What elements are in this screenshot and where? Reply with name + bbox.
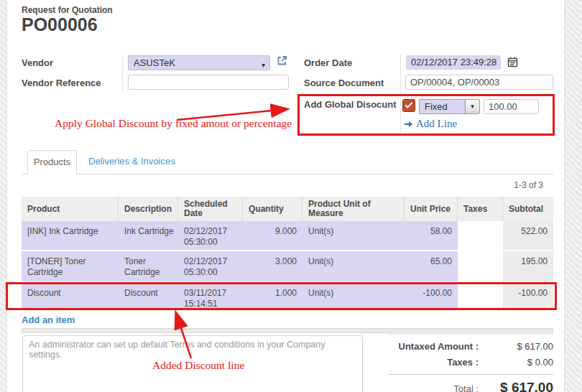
page-title: PO00006 [22, 14, 98, 35]
taxes-label: Taxes : [388, 357, 479, 368]
calendar-icon[interactable] [507, 57, 518, 70]
right-group-separator [400, 55, 401, 134]
vendor-select-value: ASUSTeK [134, 57, 175, 68]
page-right-margin [564, 0, 582, 392]
annotation-added-discount-line: Added Discount line [152, 359, 244, 372]
discount-type-value: Fixed [425, 101, 448, 112]
cell-subtotal: 522.00 [503, 221, 553, 250]
order-date-field[interactable]: 02/12/2017 23:49:28 [406, 55, 501, 70]
col-header-taxes[interactable]: Taxes [458, 197, 503, 221]
totals-panel: Untaxed Amount : $ 617.00 Taxes : $ 0.00… [388, 334, 553, 392]
vendor-label: Vendor [22, 57, 53, 68]
table-row[interactable]: [TONER] Toner Cartridge Toner Cartridge … [22, 251, 553, 281]
cell-scheduled-date: 02/12/2017 05:30:00 [178, 221, 243, 250]
cell-quantity: 9.000 [243, 221, 302, 250]
cell-uom: Unit(s) [302, 251, 405, 281]
vendor-reference-label: Vendor Reference [22, 78, 101, 88]
total-value: $ 617.00 [479, 380, 553, 392]
cell-product: [INK] Ink Cartridge [22, 221, 119, 250]
taxes-value: $ 0.00 [479, 357, 553, 368]
cell-description: Toner Cartridge [119, 251, 178, 281]
cell-scheduled-date: 03/11/2017 15:14:51 [178, 283, 243, 309]
col-header-quantity[interactable]: Quantity [243, 197, 302, 221]
cell-description: Discount [119, 283, 178, 309]
source-document-input[interactable] [405, 75, 553, 90]
col-header-uom[interactable]: Product Unit of Measure [302, 197, 405, 221]
cell-quantity: 3.000 [243, 251, 302, 281]
external-link-icon[interactable] [276, 55, 288, 70]
global-discount-checkbox[interactable] [402, 99, 415, 112]
annotation-global-discount: Apply Global Discount by fixed amout or … [55, 117, 292, 130]
add-line-label: Add Line [416, 118, 457, 129]
table-row[interactable]: [INK] Ink Cartridge Ink Cartridge 02/12/… [22, 221, 553, 250]
cell-scheduled-date: 02/12/2017 05:30:00 [178, 251, 243, 281]
untaxed-amount-label: Untaxed Amount : [388, 341, 479, 352]
order-date-label: Order Date [304, 57, 352, 68]
order-lines-table: [INK] Ink Cartridge Ink Cartridge 02/12/… [22, 221, 553, 311]
arrow-right-icon [405, 121, 413, 128]
page-left-margin [0, 0, 7, 392]
cell-uom: Unit(s) [302, 283, 405, 309]
rfq-form-screen: Request for Quotation PO00006 Vendor ASU… [0, 0, 582, 392]
cell-taxes [458, 251, 503, 281]
checkmark-icon [405, 101, 413, 108]
chevron-down-icon: ▾ [465, 100, 479, 113]
col-header-product[interactable]: Product [22, 197, 119, 221]
cell-description: Ink Cartridge [119, 221, 178, 250]
col-header-unit-price[interactable]: Unit Price [405, 197, 458, 221]
cell-product: [TONER] Toner Cartridge [22, 251, 119, 281]
table-row-discount[interactable]: Discount Discount 03/11/2017 15:14:51 1.… [22, 283, 553, 309]
cell-taxes [458, 283, 503, 309]
totals-divider [388, 374, 553, 375]
table-header: Product Description Scheduled Date Quant… [22, 197, 553, 221]
tab-products[interactable]: Products [27, 150, 77, 174]
chevron-down-icon: ▾ [262, 58, 265, 72]
tab-deliveries-invoices[interactable]: Deliveries & Invoices [88, 156, 175, 167]
global-discount-label: Add Global Disocunt [304, 99, 397, 110]
tabbar-divider [22, 174, 553, 174]
pager[interactable]: 1-3 of 3 [474, 180, 543, 190]
left-group-separator [122, 55, 123, 91]
vendor-reference-input[interactable] [128, 75, 289, 90]
document-type-label: Request for Quotation [22, 5, 113, 15]
untaxed-amount-value: $ 617.00 [479, 341, 553, 352]
col-header-scheduled-date[interactable]: Scheduled Date [178, 197, 243, 221]
discount-type-select[interactable]: Fixed ▾ [419, 99, 480, 114]
cell-uom: Unit(s) [302, 221, 405, 250]
add-an-item-link[interactable]: Add an item [22, 314, 75, 325]
cell-taxes [458, 221, 503, 250]
cell-subtotal: -100.00 [503, 283, 553, 309]
cell-unit-price: -100.00 [405, 283, 458, 309]
section-divider [22, 328, 553, 333]
cell-unit-price: 58.00 [405, 221, 458, 250]
col-header-description[interactable]: Description [119, 197, 178, 221]
cell-product: Discount [22, 283, 119, 309]
total-label: Total : [388, 383, 479, 392]
col-header-subtotal[interactable]: Subtotal [503, 197, 553, 221]
source-document-label: Source Document [304, 78, 384, 88]
add-line-link[interactable]: Add Line [405, 118, 457, 130]
discount-amount-input[interactable] [484, 99, 539, 114]
cell-unit-price: 65.00 [405, 251, 458, 281]
vendor-select[interactable]: ASUSTeK ▾ [128, 55, 270, 70]
cell-subtotal: 195.00 [503, 251, 553, 281]
cell-quantity: 1.000 [243, 283, 302, 309]
